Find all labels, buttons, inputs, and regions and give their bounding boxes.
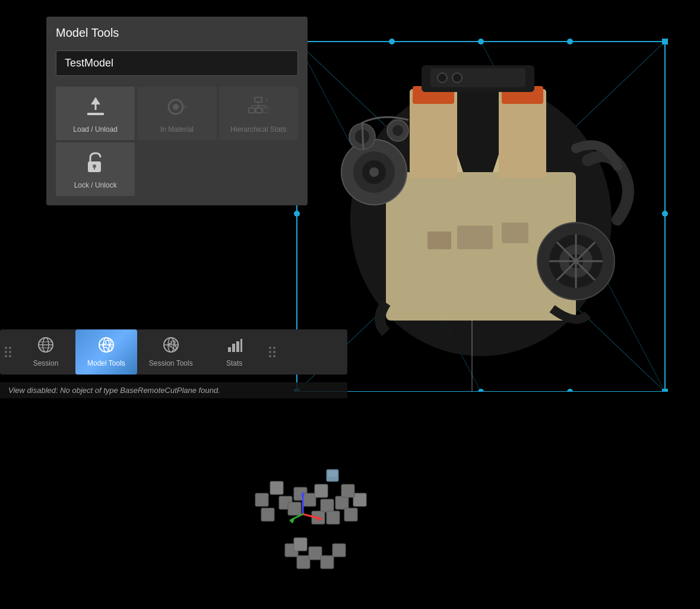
scattered-cubes xyxy=(226,401,475,597)
svg-point-12 xyxy=(478,389,484,392)
tab-session-tools[interactable]: Session Tools xyxy=(137,329,205,375)
load-unload-label: Load / Unload xyxy=(73,125,118,134)
svg-rect-8 xyxy=(662,389,668,392)
hierarchical-stats-button[interactable]: › Hierarchical Stats xyxy=(219,87,298,140)
svg-rect-85 xyxy=(256,108,262,113)
model-name-input[interactable] xyxy=(56,50,298,76)
svg-point-14 xyxy=(389,39,395,45)
svg-rect-65 xyxy=(309,547,322,560)
svg-rect-54 xyxy=(303,493,316,506)
svg-rect-53 xyxy=(288,502,301,515)
svg-point-9 xyxy=(478,39,484,45)
svg-rect-48 xyxy=(261,508,274,521)
svg-point-31 xyxy=(392,125,403,136)
tab-stats-label: Stats xyxy=(226,359,242,367)
svg-point-11 xyxy=(662,211,668,217)
tools-grid-row1: Load / Unload › In Material xyxy=(56,87,298,140)
svg-rect-62 xyxy=(341,484,354,497)
svg-point-27 xyxy=(369,167,379,177)
svg-rect-83 xyxy=(255,97,262,102)
svg-rect-95 xyxy=(94,167,95,170)
tab-session[interactable]: Session xyxy=(16,329,75,375)
svg-text:›: › xyxy=(265,96,268,104)
right-drag-handle[interactable] xyxy=(264,338,280,366)
svg-rect-67 xyxy=(321,556,334,569)
svg-rect-51 xyxy=(270,481,283,494)
tab-session-tools-label: Session Tools xyxy=(149,359,193,367)
svg-point-13 xyxy=(567,39,573,45)
lock-unlock-label: Lock / Unlock xyxy=(74,181,117,189)
svg-rect-84 xyxy=(249,108,255,113)
load-unload-icon xyxy=(85,96,106,120)
svg-rect-46 xyxy=(502,223,528,243)
svg-rect-64 xyxy=(297,556,310,569)
svg-point-10 xyxy=(294,211,300,217)
session-icon xyxy=(37,337,54,357)
status-bar: View disabled: No object of type BaseRem… xyxy=(0,382,347,398)
svg-rect-59 xyxy=(335,496,349,509)
lock-unlock-button[interactable]: Lock / Unlock xyxy=(56,142,135,196)
svg-rect-6 xyxy=(662,39,668,45)
svg-rect-45 xyxy=(427,231,451,249)
model-tools-tab-icon xyxy=(98,337,115,357)
in-material-label: In Material xyxy=(160,125,194,134)
svg-rect-70 xyxy=(328,471,337,477)
hierarchical-stats-label: Hierarchical Stats xyxy=(230,125,286,134)
tab-stats[interactable]: Stats xyxy=(205,329,264,375)
svg-text:›: › xyxy=(184,102,187,111)
left-drag-handle[interactable] xyxy=(0,338,16,366)
svg-point-81 xyxy=(173,104,179,110)
svg-rect-107 xyxy=(228,347,231,352)
svg-rect-86 xyxy=(263,108,269,113)
stats-icon xyxy=(226,337,243,357)
svg-rect-108 xyxy=(232,344,235,352)
svg-rect-56 xyxy=(321,499,334,512)
svg-point-42 xyxy=(438,73,447,83)
lock-unlock-icon xyxy=(85,152,106,176)
svg-rect-60 xyxy=(344,508,357,521)
svg-point-15 xyxy=(567,389,573,392)
tab-model-tools[interactable]: Model Tools xyxy=(75,329,137,375)
tab-session-label: Session xyxy=(33,359,59,367)
bottom-toolbar: Session Model Tools xyxy=(0,329,347,375)
in-material-icon: › xyxy=(166,96,188,120)
bounding-box xyxy=(291,36,671,392)
session-tools-icon xyxy=(163,337,179,357)
in-material-button[interactable]: › In Material xyxy=(137,87,216,140)
svg-rect-66 xyxy=(294,538,307,551)
svg-rect-55 xyxy=(315,484,328,497)
svg-rect-61 xyxy=(353,493,366,506)
svg-rect-58 xyxy=(327,511,340,524)
hierarchical-stats-icon: › xyxy=(248,96,269,120)
svg-marker-78 xyxy=(91,97,100,104)
tab-model-tools-label: Model Tools xyxy=(87,359,125,367)
svg-rect-79 xyxy=(87,113,104,115)
svg-rect-110 xyxy=(240,339,242,352)
status-message: View disabled: No object of type BaseRem… xyxy=(8,386,220,395)
tools-grid-row2: Lock / Unlock xyxy=(56,142,298,196)
svg-rect-49 xyxy=(255,493,268,506)
toolbar-tabs: Session Model Tools xyxy=(0,329,347,375)
panel-title: Model Tools xyxy=(56,26,298,40)
svg-rect-68 xyxy=(332,544,346,557)
load-unload-button[interactable]: Load / Unload xyxy=(56,87,135,140)
svg-point-43 xyxy=(452,73,462,83)
model-tools-panel: Model Tools Load / Unload › xyxy=(46,17,308,205)
svg-rect-109 xyxy=(236,341,239,352)
svg-rect-44 xyxy=(457,226,493,249)
